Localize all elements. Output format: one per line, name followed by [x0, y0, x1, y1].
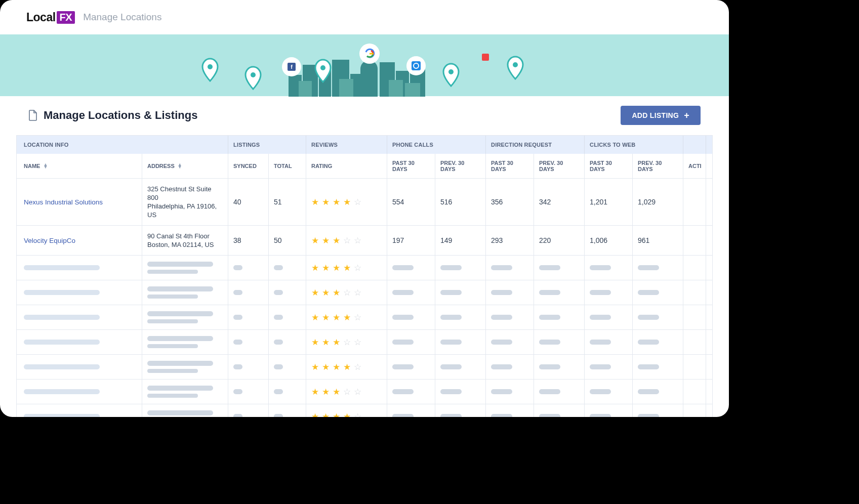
skeleton-metric: [585, 256, 633, 280]
cell-rating: ★★★★☆: [306, 355, 387, 379]
skeleton-metric: [435, 305, 486, 329]
skeleton-metric: [585, 380, 633, 404]
col-dir-past30[interactable]: PAST 30 DAYS: [486, 154, 534, 178]
cell-rating: ★★★★☆: [306, 305, 387, 329]
col-phone-prev30[interactable]: PREV. 30 DAYS: [435, 154, 486, 178]
svg-point-15: [208, 64, 213, 69]
svg-point-17: [320, 65, 325, 70]
col-name[interactable]: NAME: [17, 154, 142, 178]
cell-dir-past30: 356: [486, 179, 534, 225]
skeleton-metric: [585, 280, 633, 305]
skeleton-metric: [435, 330, 486, 354]
skeleton-name: [17, 355, 142, 379]
cell-phone-prev30: 149: [435, 226, 486, 255]
table-row-skeleton: ★★★★☆: [17, 355, 712, 380]
location-name-link[interactable]: Nexus Industrial Solutions: [24, 198, 137, 206]
skeleton-synced: [228, 355, 269, 379]
logo: Local FX: [26, 11, 75, 24]
cell-rating: ★★★☆☆: [306, 380, 387, 404]
col-rating[interactable]: RATING: [306, 154, 387, 178]
cell-actions: [683, 355, 706, 379]
col-synced[interactable]: SYNCED: [228, 154, 269, 178]
hero-illustration: f: [0, 34, 729, 96]
skeleton-total: [269, 305, 306, 329]
cell-click-prev30: 961: [633, 226, 683, 255]
table-row-skeleton: ★★★★☆: [17, 256, 712, 280]
plus-icon: +: [684, 112, 689, 119]
col-click-past30[interactable]: PAST 30 DAYS: [585, 154, 633, 178]
cell-total: 51: [269, 179, 306, 225]
rating-stars: ★★★★☆: [311, 197, 382, 207]
skeleton-metric: [633, 330, 683, 354]
cell-rating: ★★★☆☆: [306, 280, 387, 305]
cell-rating: ★★★★☆: [306, 179, 387, 225]
group-reviews: REVIEWS: [306, 136, 387, 154]
svg-text:f: f: [291, 64, 293, 70]
cell-name: Nexus Industrial Solutions: [17, 179, 142, 225]
skeleton-total: [269, 380, 306, 404]
document-icon: [28, 110, 37, 121]
svg-point-18: [448, 69, 454, 74]
skeleton-metric: [633, 404, 683, 417]
skeleton-metric: [534, 404, 585, 417]
cell-rating: ★★★★☆: [306, 404, 387, 417]
skeleton-metric: [534, 355, 585, 379]
svg-point-19: [513, 62, 518, 67]
skeleton-metric: [585, 305, 633, 329]
add-listing-label: ADD LISTING: [632, 111, 679, 119]
skeleton-name: [17, 256, 142, 280]
cell-actions[interactable]: [683, 226, 706, 255]
skeleton-metric: [585, 330, 633, 354]
skeleton-metric: [633, 256, 683, 280]
table-row: Velocity EquipCo90 Canal St 4th FloorBos…: [17, 226, 712, 256]
rating-stars: ★★★★☆: [311, 312, 382, 323]
table-row-skeleton: ★★★☆☆: [17, 380, 712, 404]
cell-synced: 40: [228, 179, 269, 225]
cell-actions[interactable]: [683, 179, 706, 225]
cell-actions: [683, 330, 706, 354]
col-click-prev30[interactable]: PREV. 30 DAYS: [633, 154, 683, 178]
skeleton-metric: [633, 305, 683, 329]
location-name-link[interactable]: Velocity EquipCo: [24, 237, 137, 244]
col-total[interactable]: TOTAL: [269, 154, 306, 178]
skeleton-metric: [534, 380, 585, 404]
cell-dir-prev30: 220: [534, 226, 585, 255]
col-dir-prev30[interactable]: PREV. 30 DAYS: [534, 154, 585, 178]
skeleton-metric: [387, 256, 435, 280]
cell-click-past30: 1,006: [585, 226, 633, 255]
rating-stars: ★★★☆☆: [311, 387, 382, 397]
skeleton-synced: [228, 280, 269, 305]
group-location-info: LOCATION INFO: [17, 136, 228, 154]
skeleton-synced: [228, 305, 269, 329]
logo-text-local: Local: [26, 11, 56, 24]
cell-actions: [683, 404, 706, 417]
skeleton-synced: [228, 330, 269, 354]
skeleton-metric: [387, 330, 435, 354]
skeleton-total: [269, 280, 306, 305]
skeleton-metric: [486, 280, 534, 305]
group-direction-request: DIRECTION REQUEST: [486, 136, 585, 154]
sort-icon: [178, 163, 182, 169]
skeleton-metric: [387, 380, 435, 404]
skeleton-address: [142, 380, 228, 404]
table-row-skeleton: ★★★☆☆: [17, 330, 712, 355]
skeleton-metric: [534, 256, 585, 280]
breadcrumb: Manage Locations: [83, 12, 161, 23]
skeleton-metric: [387, 305, 435, 329]
col-address[interactable]: ADDRESS: [142, 154, 228, 178]
col-phone-past30[interactable]: PAST 30 DAYS: [387, 154, 435, 178]
cell-dir-past30: 293: [486, 226, 534, 255]
add-listing-button[interactable]: ADD LISTING +: [621, 106, 701, 125]
cell-synced: 38: [228, 226, 269, 255]
topbar: Local FX Manage Locations: [0, 0, 729, 34]
cell-name: Velocity EquipCo: [17, 226, 142, 255]
skeleton-name: [17, 305, 142, 329]
skeleton-name: [17, 380, 142, 404]
table-row-skeleton: ★★★★☆: [17, 404, 712, 417]
cell-address: 90 Canal St 4th FloorBoston, MA 02114, U…: [142, 226, 228, 255]
skeleton-metric: [585, 404, 633, 417]
panel-header: Manage Locations & Listings ADD LISTING …: [16, 97, 713, 136]
cell-dir-prev30: 342: [534, 179, 585, 225]
skeleton-name: [17, 280, 142, 305]
group-phone-calls: PHONE CALLS: [387, 136, 486, 154]
